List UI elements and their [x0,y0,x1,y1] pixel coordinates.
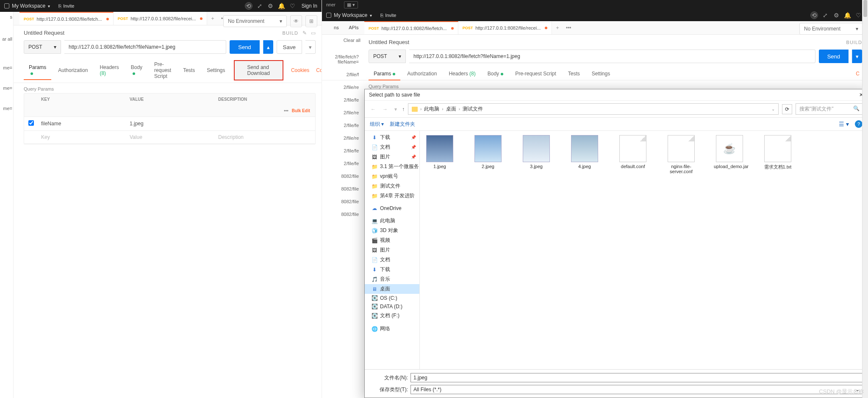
cell-key[interactable]: fileName [37,117,125,130]
history-item[interactable]: 2/file/fetch?fileName= [324,50,361,68]
request-tab-2[interactable]: POST http://127.0.0.1:8082/file/recei... [114,12,208,25]
address-bar[interactable]: › 此电脑› 桌面› 测试文件 ⌄ [408,103,779,115]
history-item[interactable]: 2/file/re [324,132,361,144]
settings-icon[interactable]: ⚙ [832,11,840,19]
tab-options-button[interactable]: ••• [563,25,574,31]
code-link[interactable]: Code [313,64,322,77]
tree-item[interactable]: 💽文档 (F:) [365,311,419,321]
tab-authorization[interactable]: Authorization [402,67,442,80]
history-item[interactable]: 2/file/re [324,81,361,94]
history-item[interactable]: 2/file/re [324,106,361,119]
history-item[interactable]: 2/file/f [324,68,361,81]
pane-icon[interactable]: ▭ [311,30,316,36]
ph-value[interactable]: Value [125,131,214,144]
back-icon[interactable]: ← [369,106,377,112]
new-folder-button[interactable]: 新建文件夹 [390,121,415,128]
history-item[interactable]: 8082/file [324,170,361,182]
env-manage-icon[interactable]: ⊞ [305,15,317,27]
bulk-edit-link[interactable]: Bulk Edit [292,108,310,113]
tree-item[interactable]: 📁测试文件 [365,181,419,191]
tab-params[interactable]: Params [24,61,51,80]
url-input[interactable]: http://127.0.0.1:8082/file/fetch?fileNam… [409,50,815,63]
chevron-down-icon[interactable]: ⌄ [771,107,775,111]
sync-off-icon[interactable]: ⟲ [245,2,252,10]
clear-all-link[interactable]: Clear all [322,34,362,47]
file-item[interactable]: 需求文档1.txt [762,135,793,174]
capture-icon[interactable]: ⤢ [256,2,263,10]
help-icon[interactable]: ? [855,120,862,128]
tree-item[interactable]: 🖥桌面 [365,284,419,294]
row-checkbox[interactable] [28,120,34,126]
table-row-empty[interactable]: Key Value Description [24,131,315,144]
runner-icon[interactable]: ▦ ▾ [344,1,358,8]
refresh-icon[interactable]: ⟳ [782,104,792,114]
folder-tree[interactable]: ⬇下载📌📄文档📌🖼图片📌📁3.1 第一个微服务📁vpn账号📁测试文件📁第4章 开… [365,131,420,369]
filename-input[interactable]: 1.jpeg [410,373,862,382]
send-and-download-option[interactable]: Send and Download [234,60,283,80]
environment-select[interactable]: No Environment ▾ [223,15,287,27]
env-quicklook-icon[interactable]: 👁 [290,15,302,27]
save-button[interactable]: Save [277,40,302,54]
tab-params[interactable]: Params [369,67,400,80]
environment-select[interactable]: No Environment ▾ [799,23,863,35]
request-title[interactable]: Untitled Request [369,39,409,45]
ph-key[interactable]: Key [37,131,125,144]
heart-icon[interactable]: ♡ [289,2,297,10]
tree-item[interactable]: 📄文档 [365,255,419,265]
tab-prereq[interactable]: Pre-request Script [510,67,561,80]
tree-item[interactable]: 📁vpn账号 [365,171,419,181]
history-item[interactable]: 2/file/fe [324,157,361,170]
request-title[interactable]: Untitled Request [24,30,64,36]
file-item[interactable]: 2.jpeg [472,135,504,174]
tab-settings[interactable]: Settings [587,67,615,80]
signin-link[interactable]: Sign In [302,3,317,9]
tree-item[interactable]: 💽OS (C:) [365,294,419,302]
scrollbar[interactable] [862,0,868,398]
request-tab-1[interactable]: POST http://127.0.0.1:8082/file/fetch... [364,21,458,34]
recent-chevron-icon[interactable]: ▾ [393,106,399,112]
history-item[interactable]: 8082/file [324,182,361,195]
tree-item[interactable]: 📁第4章 开发进阶 [365,191,419,201]
bell-icon[interactable]: 🔔 [278,2,286,10]
save-dropdown-button[interactable]: ▾ [305,40,316,54]
tree-item[interactable]: 💻此电脑 [365,216,419,226]
workspace-selector[interactable]: My Workspace ▾ [4,3,50,9]
file-grid[interactable]: 1.jpeg2.jpeg3.jpeg4.jpegdefault.confngin… [420,131,868,369]
build-label[interactable]: BUILD [846,40,862,45]
capture-icon[interactable]: ⤢ [821,11,829,19]
tree-item[interactable]: ⬇下载📌 [365,133,419,142]
file-item[interactable]: 3.jpeg [521,135,552,174]
tree-item[interactable]: ☁OneDrive [365,204,419,213]
side-ns[interactable]: ns [322,21,341,34]
file-item[interactable]: 1.jpeg [424,135,455,174]
tree-item[interactable]: 💽DATA (D:) [365,302,419,311]
method-select[interactable]: POST ▾ [24,40,61,54]
file-item[interactable]: default.conf [617,135,649,174]
tree-item[interactable]: 🖼图片📌 [365,152,419,162]
heart-icon[interactable]: ♡ [854,11,862,19]
cell-value[interactable]: 1.jpeg [125,117,214,130]
url-input[interactable]: http://127.0.0.1:8082/file/fetch?fileNam… [64,40,226,54]
send-dropdown-button[interactable]: ▴ [263,40,273,54]
send-dropdown-button[interactable]: ▾ [852,50,862,63]
bell-icon[interactable]: 🔔 [843,11,851,19]
filetype-select[interactable]: All Files (*.*)⌄ [410,385,862,394]
file-item[interactable]: 4.jpeg [569,135,600,174]
new-tab-button[interactable]: ＋ [552,24,563,31]
comment-icon[interactable]: ✎ [302,30,307,36]
invite-button[interactable]: ⎘ Invite [58,3,74,8]
tree-item[interactable]: 📄文档📌 [365,142,419,152]
view-options-icon[interactable]: ☰ ▾ [839,121,849,127]
tab-tests[interactable]: Tests [178,64,200,77]
search-input[interactable]: 搜索"测试文件" 🔍 [796,103,863,115]
invite-button[interactable]: ⎘ Invite [380,13,396,18]
tree-item[interactable]: 🎵音乐 [365,274,419,284]
more-icon[interactable]: ••• [284,108,288,113]
build-label[interactable]: BUILD [283,30,298,36]
cell-desc[interactable] [214,120,302,127]
history-item[interactable]: 8082/file [324,195,361,208]
tree-item[interactable]: 🎬视频 [365,235,419,245]
tree-item[interactable]: 🧊3D 对象 [365,226,419,235]
tree-item[interactable]: 🌐网络 [365,324,419,334]
tab-headers[interactable]: Headers (8) [94,61,124,80]
